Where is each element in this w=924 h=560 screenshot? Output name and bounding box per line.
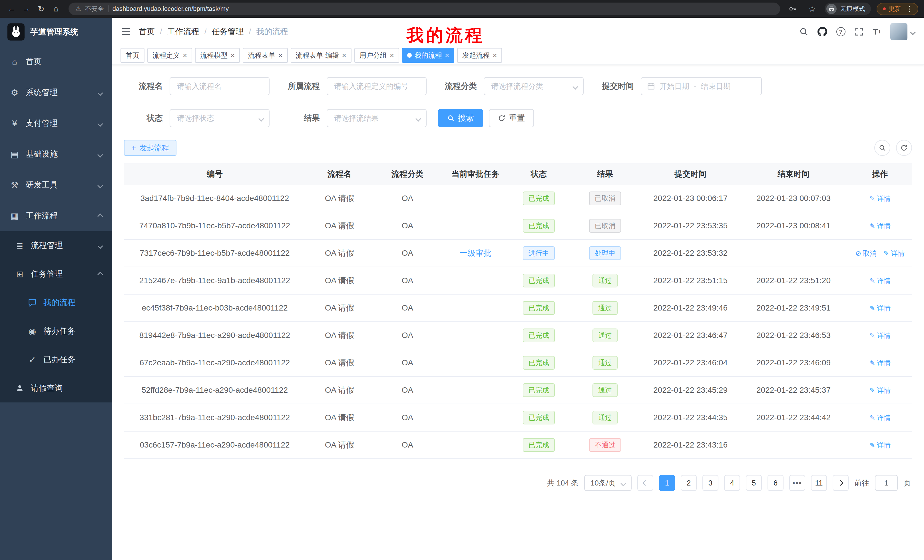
sidebar-item-system[interactable]: ⚙ 系统管理 xyxy=(0,77,112,108)
status-select[interactable]: 请选择状态 xyxy=(170,109,270,127)
detail-link[interactable]: ✎ 详情 xyxy=(884,249,904,258)
table-row[interactable]: 7317cec6-7b9b-11ec-b5b7-acde48001122 OA … xyxy=(124,240,912,267)
detail-link[interactable]: ✎ 详情 xyxy=(870,194,891,203)
filter-parent-process: 所属流程 xyxy=(281,77,427,95)
password-key-icon[interactable] xyxy=(786,2,800,16)
help-icon[interactable]: ? xyxy=(836,27,846,36)
category-select[interactable]: 请选择流程分类 xyxy=(484,77,584,95)
tab-close-icon[interactable]: × xyxy=(183,52,187,59)
page-button[interactable]: 2 xyxy=(681,475,697,491)
page-button[interactable]: 4 xyxy=(724,475,740,491)
page-button[interactable]: ••• xyxy=(789,475,805,491)
breadcrumb-item[interactable]: 任务管理 xyxy=(212,26,244,37)
sidebar-item-todo-tasks[interactable]: ◉ 待办任务 xyxy=(0,317,112,345)
sidebar-item-workflow[interactable]: ▦ 工作流程 xyxy=(0,201,112,231)
parent-process-input[interactable] xyxy=(327,77,427,95)
tab-close-icon[interactable]: × xyxy=(445,52,449,59)
result-badge: 通过 xyxy=(592,356,618,370)
page-button[interactable]: 1 xyxy=(659,475,675,491)
tab-close-icon[interactable]: × xyxy=(230,52,235,59)
table-row[interactable]: 3ad174fb-7b9d-11ec-8404-acde48001122 OA … xyxy=(124,185,912,213)
show-search-button[interactable] xyxy=(874,140,890,156)
update-button[interactable]: 更新 ⋮ xyxy=(877,3,918,15)
refresh-table-button[interactable] xyxy=(896,140,912,156)
table-row[interactable]: ec45f38f-7b9a-11ec-b03b-acde48001122 OA … xyxy=(124,295,912,322)
fullscreen-icon[interactable] xyxy=(855,27,864,36)
submit-time-range[interactable]: 开始日期 - 结束日期 xyxy=(641,77,762,95)
tab-close-icon[interactable]: × xyxy=(278,52,282,59)
detail-link[interactable]: ✎ 详情 xyxy=(870,276,891,285)
result-select[interactable]: 请选择流结果 xyxy=(327,109,427,127)
sidebar-item-leave-query[interactable]: 请假查询 xyxy=(0,374,112,403)
sidebar-item-home[interactable]: ⌂ 首页 xyxy=(0,46,112,77)
process-name-input[interactable] xyxy=(170,77,270,95)
tab-label: 流程模型 xyxy=(200,51,228,60)
sidebar-item-process-management[interactable]: ≣ 流程管理 xyxy=(0,231,112,260)
result-badge: 通过 xyxy=(592,274,618,287)
browser-home-icon[interactable]: ⌂ xyxy=(49,2,63,16)
table-row[interactable]: 03c6c157-7b9a-11ec-a290-acde48001122 OA … xyxy=(124,431,912,459)
tab[interactable]: 用户分组 × xyxy=(354,48,399,63)
user-menu[interactable] xyxy=(890,23,915,40)
workflow-icon: ▦ xyxy=(10,211,20,221)
page-size-select[interactable]: 10条/页 xyxy=(584,475,632,491)
page-button[interactable]: 3 xyxy=(702,475,718,491)
start-date-placeholder[interactable]: 开始日期 xyxy=(660,81,689,91)
table-row[interactable]: 67c2eaab-7b9a-11ec-a290-acde48001122 OA … xyxy=(124,349,912,377)
breadcrumb-item[interactable]: 工作流程 xyxy=(167,26,199,37)
sidebar-item-task-management[interactable]: ⊞ 任务管理 xyxy=(0,260,112,288)
detail-link[interactable]: ✎ 详情 xyxy=(870,304,891,313)
tab[interactable]: 发起流程 × xyxy=(457,48,502,63)
tab[interactable]: 首页 × xyxy=(120,48,144,63)
start-process-button[interactable]: + 发起流程 xyxy=(124,140,177,156)
detail-link[interactable]: ✎ 详情 xyxy=(870,358,891,368)
detail-link[interactable]: ✎ 详情 xyxy=(870,441,891,450)
sidebar-item-infrastructure[interactable]: ▤ 基础设施 xyxy=(0,139,112,169)
tab[interactable]: 流程表单 × xyxy=(243,48,288,63)
detail-link[interactable]: ✎ 详情 xyxy=(870,222,891,231)
table-row[interactable]: 819442e8-7b9a-11ec-a290-acde48001122 OA … xyxy=(124,322,912,349)
sidebar-toggle-icon[interactable] xyxy=(121,27,131,36)
page-button[interactable]: 5 xyxy=(746,475,762,491)
table-row[interactable]: 52ffd28e-7b9a-11ec-a290-acde48001122 OA … xyxy=(124,377,912,404)
tab[interactable]: 我的流程 × xyxy=(402,48,454,63)
tab[interactable]: 流程模型 × xyxy=(195,48,240,63)
detail-link[interactable]: ✎ 详情 xyxy=(870,413,891,422)
browser-menu-icon[interactable]: ⋮ xyxy=(906,4,913,13)
end-date-placeholder[interactable]: 结束日期 xyxy=(701,81,731,91)
table-row[interactable]: 331bc281-7b9a-11ec-a290-acde48001122 OA … xyxy=(124,404,912,431)
cancel-link[interactable]: ⊘ 取消 xyxy=(855,249,877,258)
sidebar-item-payment[interactable]: ¥ 支付管理 xyxy=(0,108,112,139)
tab-close-icon[interactable]: × xyxy=(342,52,346,59)
page-button[interactable]: 11 xyxy=(811,475,827,491)
github-icon[interactable] xyxy=(818,27,827,36)
breadcrumb-item[interactable]: 首页 xyxy=(139,26,155,37)
process-list-icon: ≣ xyxy=(15,241,24,251)
tab-close-icon[interactable]: × xyxy=(390,52,394,59)
search-button[interactable]: 搜索 xyxy=(438,109,483,127)
sidebar-item-my-process[interactable]: 我的流程 xyxy=(0,288,112,317)
tab[interactable]: 流程表单-编辑 × xyxy=(291,48,351,63)
current-task-link[interactable]: 一级审批 xyxy=(459,249,491,258)
prev-page-button[interactable] xyxy=(638,475,653,491)
browser-reload-icon[interactable]: ↻ xyxy=(34,2,48,16)
sidebar-item-done-tasks[interactable]: ✓ 已办任务 xyxy=(0,345,112,374)
tab-close-icon[interactable]: × xyxy=(492,52,497,59)
browser-forward-icon[interactable]: → xyxy=(20,2,33,16)
goto-page-input[interactable] xyxy=(875,475,898,491)
detail-link[interactable]: ✎ 详情 xyxy=(870,386,891,395)
tab[interactable]: 流程定义 × xyxy=(147,48,192,63)
browser-back-icon[interactable]: ← xyxy=(4,2,18,16)
table-row[interactable]: 7470a810-7b9b-11ec-b5b7-acde48001122 OA … xyxy=(124,213,912,240)
address-bar[interactable]: ⚠ 不安全 dashboard.yudao.iocoder.cn/bpm/tas… xyxy=(69,3,780,15)
bookmark-star-icon[interactable]: ☆ xyxy=(805,2,819,16)
page-button[interactable]: 6 xyxy=(768,475,783,491)
sidebar-item-devtools[interactable]: ⚒ 研发工具 xyxy=(0,169,112,201)
incognito-chip[interactable]: 无痕模式 xyxy=(825,3,871,15)
detail-link[interactable]: ✎ 详情 xyxy=(870,331,891,340)
search-icon[interactable] xyxy=(799,27,808,36)
font-size-icon[interactable]: TT xyxy=(873,27,881,36)
next-page-button[interactable] xyxy=(832,475,849,491)
table-row[interactable]: 2152467e-7b9b-11ec-9a1b-acde48001122 OA … xyxy=(124,267,912,295)
reset-button[interactable]: 重置 xyxy=(489,109,534,127)
